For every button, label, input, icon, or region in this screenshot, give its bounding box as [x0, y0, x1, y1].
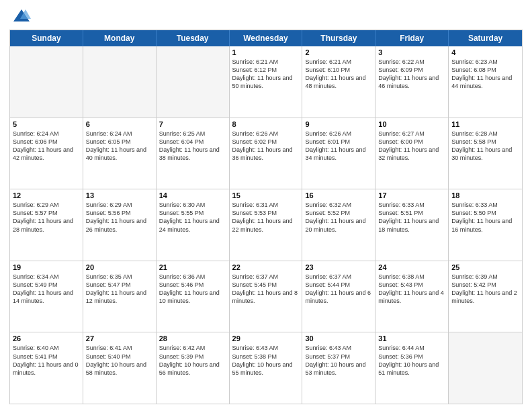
cell-text: Sunrise: 6:41 AM Sunset: 5:40 PM Dayligh…: [86, 344, 153, 377]
day-number: 26: [13, 334, 80, 342]
day-number: 2: [305, 48, 372, 56]
cell-text: Sunrise: 6:43 AM Sunset: 5:38 PM Dayligh…: [232, 344, 300, 377]
calendar-header-row: SundayMondayTuesdayWednesdayThursdayFrid…: [10, 30, 522, 46]
day-number: 30: [305, 334, 372, 342]
weekday-header: Tuesday: [157, 30, 230, 46]
calendar-cell: [10, 46, 83, 118]
calendar-cell: 6Sunrise: 6:24 AM Sunset: 6:05 PM Daylig…: [83, 118, 157, 189]
calendar-cell: 25Sunrise: 6:39 AM Sunset: 5:42 PM Dayli…: [449, 261, 522, 332]
calendar-row: 26Sunrise: 6:40 AM Sunset: 5:41 PM Dayli…: [10, 332, 522, 404]
cell-text: Sunrise: 6:32 AM Sunset: 5:52 PM Dayligh…: [305, 201, 372, 234]
calendar-cell: 27Sunrise: 6:41 AM Sunset: 5:40 PM Dayli…: [83, 332, 157, 404]
day-number: 21: [159, 263, 226, 271]
calendar-cell: 14Sunrise: 6:30 AM Sunset: 5:55 PM Dayli…: [157, 189, 230, 261]
cell-text: Sunrise: 6:26 AM Sunset: 6:02 PM Dayligh…: [232, 130, 300, 163]
day-number: 10: [378, 120, 445, 128]
cell-text: Sunrise: 6:36 AM Sunset: 5:46 PM Dayligh…: [159, 273, 226, 306]
logo: [9, 7, 31, 26]
header: [9, 7, 523, 26]
page: SundayMondayTuesdayWednesdayThursdayFrid…: [0, 0, 532, 411]
calendar-cell: 24Sunrise: 6:38 AM Sunset: 5:43 PM Dayli…: [375, 261, 449, 332]
calendar-cell: 12Sunrise: 6:29 AM Sunset: 5:57 PM Dayli…: [10, 189, 83, 261]
calendar-cell: 4Sunrise: 6:23 AM Sunset: 6:08 PM Daylig…: [449, 46, 522, 118]
day-number: 14: [159, 191, 226, 199]
day-number: 28: [159, 334, 226, 342]
day-number: 16: [305, 191, 372, 199]
day-number: 8: [232, 120, 300, 128]
cell-text: Sunrise: 6:37 AM Sunset: 5:45 PM Dayligh…: [232, 273, 300, 306]
calendar-cell: [83, 46, 157, 118]
weekday-header: Monday: [83, 30, 157, 46]
day-number: 18: [451, 191, 519, 199]
cell-text: Sunrise: 6:33 AM Sunset: 5:50 PM Dayligh…: [451, 201, 519, 234]
calendar-cell: 18Sunrise: 6:33 AM Sunset: 5:50 PM Dayli…: [449, 189, 522, 261]
day-number: 13: [86, 191, 153, 199]
calendar-cell: 9Sunrise: 6:26 AM Sunset: 6:01 PM Daylig…: [302, 118, 375, 189]
calendar-row: 1Sunrise: 6:21 AM Sunset: 6:12 PM Daylig…: [10, 46, 522, 118]
cell-text: Sunrise: 6:44 AM Sunset: 5:36 PM Dayligh…: [378, 344, 445, 377]
calendar: SundayMondayTuesdayWednesdayThursdayFrid…: [9, 30, 523, 404]
cell-text: Sunrise: 6:38 AM Sunset: 5:43 PM Dayligh…: [378, 273, 445, 306]
day-number: 22: [232, 263, 300, 271]
calendar-cell: [157, 46, 230, 118]
day-number: 29: [232, 334, 300, 342]
calendar-body: 1Sunrise: 6:21 AM Sunset: 6:12 PM Daylig…: [10, 46, 522, 404]
calendar-cell: 3Sunrise: 6:22 AM Sunset: 6:09 PM Daylig…: [375, 46, 449, 118]
cell-text: Sunrise: 6:26 AM Sunset: 6:01 PM Dayligh…: [305, 130, 372, 163]
calendar-cell: 1Sunrise: 6:21 AM Sunset: 6:12 PM Daylig…: [230, 46, 303, 118]
cell-text: Sunrise: 6:43 AM Sunset: 5:37 PM Dayligh…: [305, 344, 372, 377]
day-number: 23: [305, 263, 372, 271]
cell-text: Sunrise: 6:21 AM Sunset: 6:10 PM Dayligh…: [305, 58, 372, 91]
weekday-header: Wednesday: [230, 30, 303, 46]
calendar-cell: 23Sunrise: 6:37 AM Sunset: 5:44 PM Dayli…: [302, 261, 375, 332]
cell-text: Sunrise: 6:24 AM Sunset: 6:06 PM Dayligh…: [13, 130, 80, 163]
cell-text: Sunrise: 6:21 AM Sunset: 6:12 PM Dayligh…: [232, 58, 300, 91]
day-number: 27: [86, 334, 153, 342]
calendar-cell: 29Sunrise: 6:43 AM Sunset: 5:38 PM Dayli…: [230, 332, 303, 404]
calendar-cell: 21Sunrise: 6:36 AM Sunset: 5:46 PM Dayli…: [157, 261, 230, 332]
calendar-cell: 7Sunrise: 6:25 AM Sunset: 6:04 PM Daylig…: [157, 118, 230, 189]
calendar-cell: 31Sunrise: 6:44 AM Sunset: 5:36 PM Dayli…: [375, 332, 449, 404]
day-number: 6: [86, 120, 153, 128]
day-number: 9: [305, 120, 372, 128]
calendar-cell: 26Sunrise: 6:40 AM Sunset: 5:41 PM Dayli…: [10, 332, 83, 404]
calendar-cell: 2Sunrise: 6:21 AM Sunset: 6:10 PM Daylig…: [302, 46, 375, 118]
cell-text: Sunrise: 6:30 AM Sunset: 5:55 PM Dayligh…: [159, 201, 226, 234]
cell-text: Sunrise: 6:24 AM Sunset: 6:05 PM Dayligh…: [86, 130, 153, 163]
cell-text: Sunrise: 6:29 AM Sunset: 5:56 PM Dayligh…: [86, 201, 153, 234]
calendar-cell: 15Sunrise: 6:31 AM Sunset: 5:53 PM Dayli…: [230, 189, 303, 261]
weekday-header: Friday: [375, 30, 449, 46]
calendar-cell: 16Sunrise: 6:32 AM Sunset: 5:52 PM Dayli…: [302, 189, 375, 261]
cell-text: Sunrise: 6:37 AM Sunset: 5:44 PM Dayligh…: [305, 273, 372, 306]
cell-text: Sunrise: 6:28 AM Sunset: 5:58 PM Dayligh…: [451, 130, 519, 163]
cell-text: Sunrise: 6:33 AM Sunset: 5:51 PM Dayligh…: [378, 201, 445, 234]
cell-text: Sunrise: 6:31 AM Sunset: 5:53 PM Dayligh…: [232, 201, 300, 234]
calendar-cell: [449, 332, 522, 404]
cell-text: Sunrise: 6:23 AM Sunset: 6:08 PM Dayligh…: [451, 58, 519, 91]
cell-text: Sunrise: 6:29 AM Sunset: 5:57 PM Dayligh…: [13, 201, 80, 234]
day-number: 19: [13, 263, 80, 271]
cell-text: Sunrise: 6:34 AM Sunset: 5:49 PM Dayligh…: [13, 273, 80, 306]
calendar-cell: 17Sunrise: 6:33 AM Sunset: 5:51 PM Dayli…: [375, 189, 449, 261]
day-number: 3: [378, 48, 445, 56]
day-number: 20: [86, 263, 153, 271]
calendar-cell: 11Sunrise: 6:28 AM Sunset: 5:58 PM Dayli…: [449, 118, 522, 189]
calendar-cell: 30Sunrise: 6:43 AM Sunset: 5:37 PM Dayli…: [302, 332, 375, 404]
logo-icon: [12, 7, 31, 26]
day-number: 31: [378, 334, 445, 342]
cell-text: Sunrise: 6:27 AM Sunset: 6:00 PM Dayligh…: [378, 130, 445, 163]
calendar-row: 5Sunrise: 6:24 AM Sunset: 6:06 PM Daylig…: [10, 118, 522, 189]
day-number: 7: [159, 120, 226, 128]
day-number: 11: [451, 120, 519, 128]
calendar-row: 12Sunrise: 6:29 AM Sunset: 5:57 PM Dayli…: [10, 189, 522, 261]
day-number: 12: [13, 191, 80, 199]
calendar-cell: 13Sunrise: 6:29 AM Sunset: 5:56 PM Dayli…: [83, 189, 157, 261]
calendar-cell: 5Sunrise: 6:24 AM Sunset: 6:06 PM Daylig…: [10, 118, 83, 189]
cell-text: Sunrise: 6:35 AM Sunset: 5:47 PM Dayligh…: [86, 273, 153, 306]
cell-text: Sunrise: 6:22 AM Sunset: 6:09 PM Dayligh…: [378, 58, 445, 91]
calendar-cell: 22Sunrise: 6:37 AM Sunset: 5:45 PM Dayli…: [230, 261, 303, 332]
calendar-cell: 19Sunrise: 6:34 AM Sunset: 5:49 PM Dayli…: [10, 261, 83, 332]
cell-text: Sunrise: 6:42 AM Sunset: 5:39 PM Dayligh…: [159, 344, 226, 377]
day-number: 25: [451, 263, 519, 271]
day-number: 17: [378, 191, 445, 199]
